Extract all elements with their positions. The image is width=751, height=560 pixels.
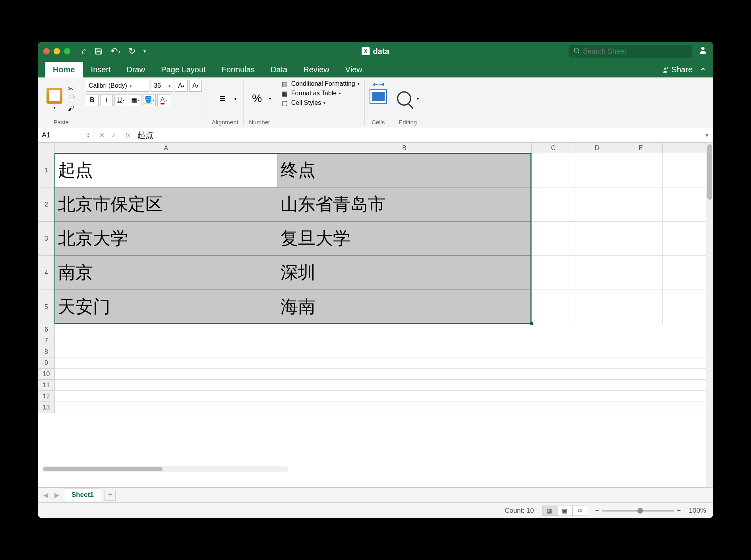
zoom-in-button[interactable]: +: [677, 507, 681, 515]
find-icon[interactable]: [397, 91, 411, 106]
cell[interactable]: [532, 256, 575, 290]
fill-color-button[interactable]: 🪣▾: [143, 94, 156, 106]
formula-input[interactable]: [134, 131, 701, 140]
tab-insert[interactable]: Insert: [83, 62, 119, 77]
tab-draw[interactable]: Draw: [119, 62, 153, 77]
row-header[interactable]: 6: [38, 324, 55, 335]
minimize-window-button[interactable]: [54, 48, 60, 54]
row-header[interactable]: 9: [38, 357, 55, 369]
cancel-formula-icon[interactable]: ✕: [99, 131, 105, 140]
cell[interactable]: [575, 290, 619, 324]
cell[interactable]: [532, 222, 575, 256]
customize-qat-icon[interactable]: ▾: [143, 48, 146, 54]
sheet-tab-sheet1[interactable]: Sheet1: [64, 488, 101, 501]
cell[interactable]: [619, 290, 663, 324]
cell[interactable]: [55, 324, 713, 335]
close-window-button[interactable]: [43, 48, 50, 54]
col-header-blank[interactable]: [663, 143, 713, 153]
spreadsheet-grid[interactable]: A B C D E 1起点终点 2北京市保定区山东省青岛市 3北京大学复旦大学 …: [38, 143, 713, 487]
col-header-b[interactable]: B: [277, 143, 532, 153]
zoom-out-button[interactable]: −: [595, 507, 599, 515]
cell[interactable]: [619, 153, 663, 187]
cell[interactable]: [619, 256, 663, 290]
redo-icon[interactable]: ↻: [128, 46, 135, 56]
cell[interactable]: [619, 222, 663, 256]
row-header[interactable]: 7: [38, 335, 55, 346]
row-header[interactable]: 5: [38, 290, 55, 324]
cell[interactable]: [55, 380, 713, 391]
cell[interactable]: [663, 222, 713, 256]
normal-view-button[interactable]: ▦: [542, 506, 557, 516]
cell-a5[interactable]: 天安门: [55, 290, 277, 324]
cell-a3[interactable]: 北京大学: [55, 222, 277, 256]
tab-home[interactable]: Home: [45, 62, 83, 77]
cell[interactable]: [663, 153, 713, 187]
cell[interactable]: [575, 187, 619, 222]
row-header[interactable]: 1: [38, 153, 55, 187]
collapse-ribbon-icon[interactable]: [700, 65, 706, 74]
cell[interactable]: [619, 187, 663, 222]
share-button[interactable]: Share: [661, 65, 693, 74]
cell-a4[interactable]: 南京: [55, 256, 277, 290]
maximize-window-button[interactable]: [64, 48, 70, 54]
font-size-combo[interactable]: 36▾: [151, 80, 173, 92]
cell[interactable]: [663, 256, 713, 290]
save-icon[interactable]: [95, 47, 103, 55]
cell-b2[interactable]: 山东省青岛市: [277, 187, 532, 222]
col-header-c[interactable]: C: [532, 143, 575, 153]
cell[interactable]: [55, 402, 713, 413]
alignment-icon[interactable]: ≡: [214, 90, 231, 107]
cell[interactable]: [663, 187, 713, 222]
row-header[interactable]: 12: [38, 391, 55, 402]
tab-page-layout[interactable]: Page Layout: [153, 62, 213, 77]
italic-button[interactable]: I: [100, 94, 113, 106]
col-header-e[interactable]: E: [619, 143, 663, 153]
format-cells-icon[interactable]: [370, 89, 387, 104]
cell[interactable]: [532, 187, 575, 222]
cell[interactable]: [663, 290, 713, 324]
select-all-corner[interactable]: [38, 143, 55, 153]
cell[interactable]: [55, 357, 713, 369]
accept-formula-icon[interactable]: ✓: [110, 131, 116, 140]
zoom-slider[interactable]: − +: [595, 507, 681, 515]
cell[interactable]: [55, 346, 713, 357]
conditional-formatting-button[interactable]: ▤Conditional Formatting ▾: [281, 80, 360, 88]
name-box[interactable]: A1 ▴▾: [38, 128, 93, 142]
underline-button[interactable]: U▾: [114, 94, 127, 106]
copy-icon[interactable]: 📄: [68, 95, 76, 102]
format-as-table-button[interactable]: ▦Format as Table ▾: [281, 89, 341, 97]
zoom-thumb[interactable]: [637, 508, 643, 514]
expand-formula-bar-icon[interactable]: ▾: [701, 131, 713, 139]
page-break-view-button[interactable]: ⧉: [572, 506, 587, 516]
row-header[interactable]: 8: [38, 346, 55, 357]
row-header[interactable]: 2: [38, 187, 55, 222]
tab-view[interactable]: View: [337, 62, 370, 77]
user-account-icon[interactable]: [698, 45, 708, 57]
cell[interactable]: [55, 369, 713, 380]
cell-b4[interactable]: 深圳: [277, 256, 532, 290]
format-painter-icon[interactable]: 🖌: [68, 105, 76, 112]
cell[interactable]: [575, 222, 619, 256]
page-layout-view-button[interactable]: ▣: [557, 506, 572, 516]
paste-icon[interactable]: [46, 88, 62, 104]
zoom-track[interactable]: [602, 510, 674, 512]
undo-icon[interactable]: ↶ ▾: [110, 46, 120, 56]
col-header-d[interactable]: D: [575, 143, 619, 153]
cell-a1[interactable]: 起点: [55, 153, 277, 187]
cell-b3[interactable]: 复旦大学: [277, 222, 532, 256]
zoom-level[interactable]: 100%: [689, 507, 706, 515]
row-header[interactable]: 3: [38, 222, 55, 256]
fx-icon[interactable]: fx: [122, 131, 134, 139]
shrink-font-button[interactable]: A▾: [189, 80, 202, 92]
row-header[interactable]: 13: [38, 402, 55, 413]
bold-button[interactable]: B: [86, 94, 99, 106]
cell-styles-button[interactable]: ▢Cell Styles ▾: [281, 99, 326, 107]
tab-formulas[interactable]: Formulas: [214, 62, 263, 77]
home-icon[interactable]: ⌂: [81, 46, 87, 56]
row-header[interactable]: 4: [38, 256, 55, 290]
cell[interactable]: [532, 290, 575, 324]
horizontal-scrollbar[interactable]: [42, 466, 288, 472]
prev-sheet-button[interactable]: ◀: [42, 491, 50, 499]
col-header-a[interactable]: A: [55, 143, 277, 153]
cell-b5[interactable]: 海南: [277, 290, 532, 324]
